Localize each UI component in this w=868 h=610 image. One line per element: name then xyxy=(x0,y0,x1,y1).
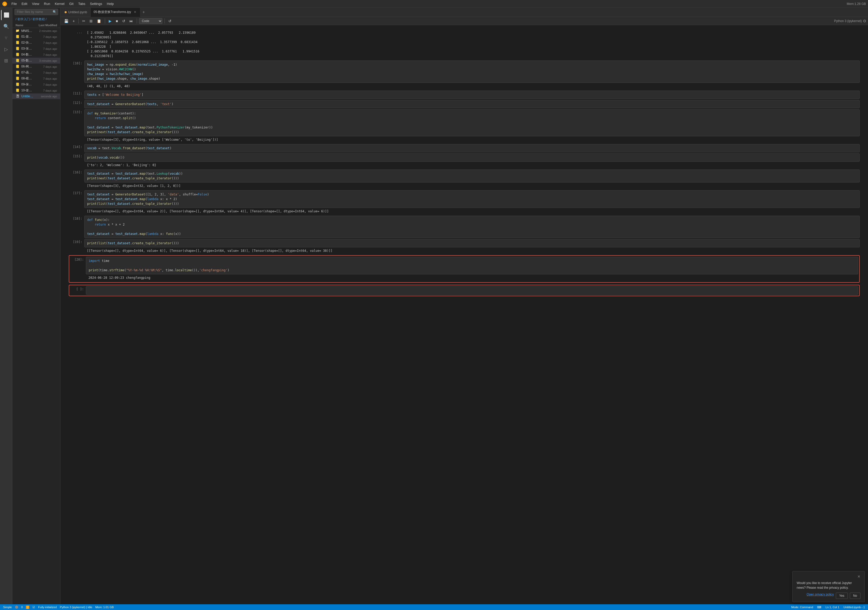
file-name: 04-数据集... xyxy=(21,53,34,57)
menu-kernel[interactable]: Kernel xyxy=(53,1,67,6)
cell-input-10[interactable]: hwc_image = np.expand_dims(normalized_im… xyxy=(84,61,860,83)
status-checkbox: ☑ xyxy=(33,605,35,609)
cell-input-17[interactable]: test_dataset = GeneratorDataset([1, 2, 3… xyxy=(84,190,860,208)
cell-17[interactable]: [17]: test_dataset = GeneratorDataset([1… xyxy=(69,190,860,215)
status-count-0: 0 xyxy=(21,605,23,609)
cell-input-empty[interactable] xyxy=(86,286,858,295)
cell-19[interactable]: [19]: print(list(test_dataset.create_tup… xyxy=(69,239,860,254)
cell-input-12[interactable]: test_dataset = GeneratorDataset(texts, '… xyxy=(84,100,860,108)
cell-20[interactable]: [20]: import time print(time.strftime("%… xyxy=(69,255,860,282)
popup-yes-button[interactable]: Yes xyxy=(836,593,848,599)
menu-help[interactable]: Help xyxy=(105,1,116,6)
kernel-info: Python 3 (ipykernel) xyxy=(834,19,866,23)
menu-git[interactable]: Git xyxy=(67,1,76,6)
status-mode: Mode: Command xyxy=(791,605,813,609)
cell-output-19: [[Tensor(shape=[], dtype=Int64, value= 6… xyxy=(84,247,860,254)
cell-13[interactable]: [13]: def my_tokenizer(content): return … xyxy=(69,109,860,143)
activity-search[interactable]: 🔍 xyxy=(1,21,11,32)
cell-output-16: [Tensor(shape=[3], dtype=Int32, value= [… xyxy=(84,183,860,189)
menu-settings[interactable]: Settings xyxy=(88,1,104,6)
cell-output-top: ... [ 2.65602 1.8286846 2.0450647 ... 2.… xyxy=(69,29,860,59)
file-name: 08-模型训... xyxy=(21,76,34,81)
copy-button[interactable]: ⊞ xyxy=(88,18,94,24)
cell-11[interactable]: [11]: texts = ['Welcome to Beijing'] xyxy=(69,91,860,99)
cell-prompt-17: [17]: xyxy=(69,190,84,215)
file-item-08[interactable]: 📒 08-模型训... 7 days ago xyxy=(12,76,60,82)
cell-18[interactable]: [18]: def func(x): return x * x + 2 test… xyxy=(69,216,860,238)
save-button[interactable]: 💾 xyxy=(62,18,70,24)
cell-input-15[interactable]: print(vocab.vocab()) xyxy=(84,154,860,162)
activity-files[interactable]: ⬜ xyxy=(1,10,11,20)
activity-extensions[interactable]: ⊞ xyxy=(1,56,11,66)
file-item-03[interactable]: 📒 03-张量Te... 7 days ago xyxy=(12,46,60,52)
cell-prompt-19: [19]: xyxy=(69,239,84,254)
stop-button[interactable]: ■ xyxy=(114,18,119,24)
cell-content-19: print(list(test_dataset.create_tuple_ite… xyxy=(84,239,860,254)
activity-debug[interactable]: ▷ xyxy=(1,44,11,54)
code-line xyxy=(89,263,855,268)
file-item-04[interactable]: 📒 04-数据集... 7 days ago xyxy=(12,52,60,57)
cell-input-16[interactable]: test_dataset = test_dataset.map(text.Loo… xyxy=(84,169,860,183)
popup-close-button[interactable]: ✕ xyxy=(857,574,860,579)
file-item-10[interactable]: 📒 10-使用静... 7 days ago xyxy=(12,87,60,93)
cell-empty[interactable]: [ ]: xyxy=(69,285,860,296)
menu-file[interactable]: File xyxy=(9,1,19,6)
file-modified: 7 days ago xyxy=(34,77,57,80)
restart-button[interactable]: ↺ xyxy=(121,18,127,24)
file-name: 06-网络构... xyxy=(21,64,34,69)
tab-close-button[interactable]: ✕ xyxy=(133,10,137,14)
fast-forward-button[interactable]: ⏭ xyxy=(128,18,135,24)
notebook-icon: 📒 xyxy=(16,82,20,87)
menu-tabs[interactable]: Tabs xyxy=(76,1,87,6)
file-item-06[interactable]: 📒 06-网络构... 7 days ago xyxy=(12,64,60,70)
cut-button[interactable]: ✂ xyxy=(81,18,87,24)
cell-10[interactable]: [10]: hwc_image = np.expand_dims(normali… xyxy=(69,61,860,90)
status-simple[interactable]: Simple xyxy=(3,605,12,609)
menu-edit[interactable]: Edit xyxy=(19,1,29,6)
activity-git[interactable]: ⑂ xyxy=(1,33,11,43)
cell-14[interactable]: [14]: vocab = text.Vocab.from_dataset(te… xyxy=(69,144,860,152)
notebook-icon: 📒 xyxy=(16,71,20,75)
paste-button[interactable]: 📋 xyxy=(95,18,103,24)
status-count-2: 2 xyxy=(26,605,29,609)
cell-15[interactable]: [15]: print(vocab.vocab()) {'to': 2, 'We… xyxy=(69,154,860,168)
file-name: 09-保存与... xyxy=(21,82,34,87)
code-line: test_dataset = test_dataset.map(text.Loo… xyxy=(87,171,857,176)
tab-05[interactable]: 05-数据变换Transforms.ipy ✕ xyxy=(90,8,140,17)
tab-add-button[interactable]: + xyxy=(140,10,147,14)
cell-output: [ 2.65602 1.8286846 2.0450647 ... 2.0577… xyxy=(84,29,860,59)
cell-content-13: def my_tokenizer(content): return conten… xyxy=(84,109,860,143)
file-modified: seconds ago xyxy=(34,95,57,98)
cell-input-11[interactable]: texts = ['Welcome to Beijing'] xyxy=(84,91,860,99)
file-list-header[interactable]: Name Last Modified xyxy=(12,23,60,28)
cell-16[interactable]: [16]: test_dataset = test_dataset.map(te… xyxy=(69,169,860,189)
cell-input-19[interactable]: print(list(test_dataset.create_tuple_ite… xyxy=(84,239,860,247)
tab-untitled[interactable]: Untitled.ipynb xyxy=(62,8,90,17)
popup-no-button[interactable]: No xyxy=(850,593,860,599)
cell-content-empty xyxy=(86,286,858,295)
refresh-button[interactable]: ↺ xyxy=(167,18,173,24)
cell-input-13[interactable]: def my_tokenizer(content): return conten… xyxy=(84,109,860,136)
status-bar: Simple 0 2 ☑ Fully initialized Python 3 … xyxy=(0,604,868,610)
file-item-mnist[interactable]: 📁 MNIST_Data 2 minutes ago xyxy=(12,28,60,34)
cell-type-select[interactable]: Code Markdown Raw xyxy=(139,18,163,24)
breadcrumb-link[interactable]: / 初学入门 / 初学教程 / xyxy=(16,17,46,21)
file-item-02[interactable]: 📒 02-快速入... 7 days ago xyxy=(12,40,60,46)
file-item-05[interactable]: 📒 05-数据变... 3 minutes ago xyxy=(12,57,60,64)
menu-run[interactable]: Run xyxy=(42,1,52,6)
add-cell-button[interactable]: + xyxy=(71,18,76,24)
cell-input-18[interactable]: def func(x): return x * x + 2 test_datas… xyxy=(84,216,860,238)
file-item-untitled[interactable]: 📓 Untitled.ip... seconds ago xyxy=(12,93,60,99)
code-line: texts = ['Welcome to Beijing'] xyxy=(87,92,857,97)
cell-input-20[interactable]: import time print(time.strftime("%Y-%m-%… xyxy=(86,257,858,275)
run-button[interactable]: ▶ xyxy=(107,18,113,24)
file-item-07[interactable]: 📒 07-函数式... 7 days ago xyxy=(12,70,60,76)
file-item-01[interactable]: 📒 01-基本介... 7 days ago xyxy=(12,34,60,40)
cell-12[interactable]: [12]: test_dataset = GeneratorDataset(te… xyxy=(69,100,860,108)
cell-input-14[interactable]: vocab = text.Vocab.from_dataset(test_dat… xyxy=(84,144,860,152)
filter-input[interactable] xyxy=(14,9,58,15)
menu-view[interactable]: View xyxy=(30,1,41,6)
status-right: Mode: Command ⌨ Ln 1, Col 1 Untitled.ipy… xyxy=(791,605,865,609)
popup-privacy-link[interactable]: Open privacy policy xyxy=(806,593,834,599)
file-item-09[interactable]: 📒 09-保存与... 7 days ago xyxy=(12,82,60,87)
